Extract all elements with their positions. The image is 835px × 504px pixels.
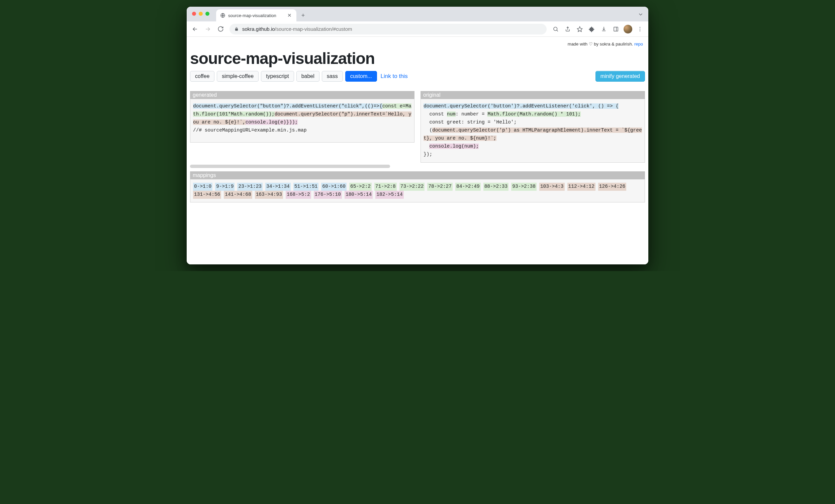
tab-coffee[interactable]: coffee [190, 71, 215, 82]
forward-button[interactable] [202, 23, 213, 35]
mapping-item[interactable]: 168->5:2 [286, 191, 311, 199]
original-code[interactable]: document.querySelector('button')?.addEve… [421, 99, 645, 163]
extensions-icon[interactable] [586, 23, 597, 35]
code-segment: 101* [219, 112, 231, 117]
code-segment: querySelector('button')?. [450, 103, 523, 109]
search-icon[interactable] [550, 23, 561, 35]
window-minimize-button[interactable] [199, 12, 203, 16]
svg-point-3 [639, 27, 640, 27]
code-segment: Math. [231, 112, 246, 117]
mapping-item[interactable]: 23->1:23 [237, 183, 263, 191]
code-segment: innerText = [587, 127, 621, 133]
mapping-item[interactable]: 51->1:51 [293, 183, 319, 191]
code-segment: num}!`; [476, 136, 496, 141]
mapping-item[interactable]: 9->1:9 [215, 183, 235, 191]
tab-simple-coffee[interactable]: simple-coffee [217, 71, 259, 82]
attribution-authors: by sokra & paulirish. [593, 41, 634, 46]
browser-tab[interactable]: source-map-visualization ✕ [216, 9, 297, 21]
code-segment: * 101); [561, 112, 581, 117]
code-segment: querySelector("button")?. [219, 103, 292, 109]
side-panel-icon[interactable] [610, 23, 622, 35]
mapping-item[interactable]: 163->4:93 [255, 191, 283, 199]
mapping-item[interactable]: 126->4:26 [598, 183, 626, 191]
code-segment: log( [269, 119, 280, 125]
tab-babel[interactable]: babel [297, 71, 320, 82]
downloads-icon[interactable] [598, 23, 610, 35]
url-text: sokra.github.io/source-map-visualization… [242, 26, 352, 32]
mapping-item[interactable]: 73->2:22 [400, 183, 425, 191]
generated-panel-header: generated [190, 91, 414, 99]
share-icon[interactable] [562, 23, 573, 35]
tab-title: source-map-visualization [228, 13, 284, 18]
url-path: /source-map-visualization/#custom [275, 26, 352, 32]
page-content: made with ♡ by sokra & paulirish. repo s… [187, 37, 648, 264]
mapping-item[interactable]: 60->1:60 [321, 183, 347, 191]
mapping-item[interactable]: 182->5:14 [375, 191, 404, 199]
menu-icon[interactable] [634, 23, 646, 35]
svg-point-5 [639, 31, 640, 31]
svg-rect-2 [614, 27, 618, 31]
browser-window: source-map-visualization ✕ + sokra.githu… [187, 7, 648, 264]
svg-point-4 [639, 28, 640, 29]
window-close-button[interactable] [192, 12, 196, 16]
tab-strip: source-map-visualization ✕ + [187, 7, 648, 21]
mapping-item[interactable]: 131->4:56 [193, 191, 221, 199]
svg-point-1 [554, 27, 557, 31]
original-panel: original document.querySelector('button'… [421, 91, 645, 163]
mapping-item[interactable]: 176->5:10 [314, 191, 342, 199]
tab-close-button[interactable]: ✕ [287, 12, 292, 19]
tab-typescript[interactable]: typescript [261, 71, 294, 82]
page-title: source-map-visualization [190, 49, 645, 67]
heart-icon: ♡ [589, 41, 593, 46]
code-segment: querySelector('p') as HTMLParagraphEleme… [458, 127, 587, 133]
mapping-item[interactable]: 34->1:34 [265, 183, 291, 191]
url-host: sokra.github.io [242, 26, 275, 32]
address-bar[interactable]: sokra.github.io/source-map-visualization… [229, 24, 547, 35]
code-segment: document. [193, 103, 219, 109]
code-segment: const greet: string = 'Hello'; [424, 119, 516, 125]
mapping-item[interactable]: 78->2:27 [427, 183, 453, 191]
mapping-item[interactable]: 141->4:68 [224, 191, 252, 199]
new-tab-button[interactable]: + [299, 11, 308, 20]
code-segment: document. [274, 112, 301, 117]
generated-panel: generated document.querySelector("button… [190, 91, 414, 163]
minify-button[interactable]: minify generated [595, 71, 645, 82]
code-segment: document. [424, 103, 450, 109]
tab-sass[interactable]: sass [322, 71, 343, 82]
traffic-lights [192, 12, 209, 16]
mappings-panel: mappings 0->1:09->1:923->1:2334->1:3451-… [190, 172, 645, 202]
code-segment: floor( [202, 112, 219, 117]
link-to-this[interactable]: Link to this [381, 73, 408, 80]
star-icon[interactable] [574, 23, 586, 35]
code-segment: random() [534, 112, 561, 117]
mapping-item[interactable]: 180->5:14 [345, 191, 373, 199]
mapping-item[interactable]: 0->1:0 [193, 183, 212, 191]
code-segment: querySelector("p"). [301, 112, 356, 117]
code-segment: const e= [382, 103, 406, 109]
code-segment: const [424, 112, 447, 117]
code-segment: console. [429, 144, 453, 149]
mapping-item[interactable]: 65->2:2 [349, 183, 372, 191]
code-segment: innerText= [356, 112, 385, 117]
reload-button[interactable] [215, 23, 226, 35]
code-segment: addEventListener('click', () => { [523, 103, 618, 109]
mapping-item[interactable]: 103->4:3 [539, 183, 565, 191]
tabs-dropdown-button[interactable] [638, 12, 644, 17]
mapping-item[interactable]: 71->2:8 [374, 183, 397, 191]
horizontal-scrollbar[interactable] [190, 165, 390, 168]
code-segment: : number = [456, 112, 488, 117]
code-segment: ( [424, 127, 432, 133]
mapping-item[interactable]: 84->2:49 [455, 183, 481, 191]
mapping-item[interactable]: 88->2:33 [483, 183, 509, 191]
generated-code[interactable]: document.querySelector("button")?.addEve… [190, 99, 414, 143]
repo-link[interactable]: repo [634, 41, 643, 46]
code-segment: log( [453, 144, 464, 149]
code-segment: document. [432, 127, 458, 133]
back-button[interactable] [189, 23, 201, 35]
code-segment [424, 144, 429, 149]
mapping-item[interactable]: 112->4:12 [567, 183, 595, 191]
mapping-item[interactable]: 93->2:38 [511, 183, 536, 191]
window-maximize-button[interactable] [205, 12, 209, 16]
tab-custom[interactable]: custom... [345, 71, 377, 82]
profile-avatar[interactable] [624, 25, 632, 34]
